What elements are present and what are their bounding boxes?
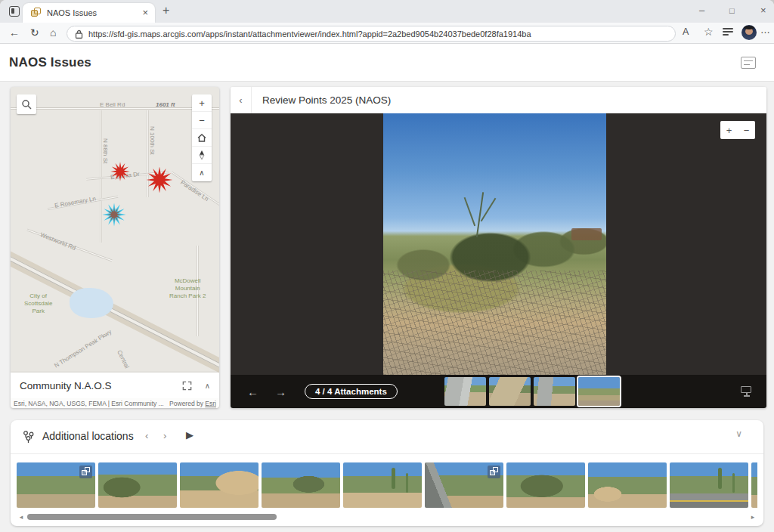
multiple-attachments-icon (488, 466, 500, 478)
map-tools-collapse-button[interactable]: ∧ (192, 164, 212, 181)
multiple-attachments-icon (79, 466, 92, 478)
location-thumbnail[interactable] (180, 462, 259, 508)
locations-thumbnail-strip[interactable] (17, 462, 757, 508)
horizontal-scrollbar[interactable]: ◂ ▸ (17, 512, 757, 521)
issue-marker-red[interactable] (145, 165, 174, 194)
esri-link[interactable]: Esri (205, 400, 216, 407)
photo-stage[interactable]: + − (231, 113, 766, 375)
url-bar[interactable]: https://sfd-gis.maps.arcgis.com/apps/ins… (67, 26, 676, 42)
attachment-count-badge: 4 / 4 Attachments (305, 384, 398, 399)
locations-prev-button[interactable]: ‹ (145, 430, 148, 441)
map-label-n100th: N 100th St (149, 126, 156, 155)
layer-bar[interactable]: Community N.A.O.S ∧ (11, 373, 219, 398)
read-aloud-icon[interactable]: A (683, 26, 689, 37)
profile-avatar[interactable] (741, 25, 757, 40)
map-home-button[interactable] (192, 129, 212, 147)
app-header: NAOS Issues (0, 44, 774, 82)
browser-menu-icon[interactable]: ⋯ (760, 26, 770, 38)
additional-locations-header: Additional locations ‹ › ▶ ∨ (11, 420, 763, 454)
locations-next-button[interactable]: › (163, 430, 166, 441)
new-tab-button[interactable]: + (163, 4, 169, 17)
attachment-thumbnail[interactable] (489, 377, 531, 406)
map-label-bell-rd: E Bell Rd (100, 101, 125, 108)
favorites-hub-icon[interactable] (723, 28, 733, 37)
map-zoom-in-button[interactable]: + (192, 94, 212, 112)
workspaces-icon[interactable] (9, 6, 20, 17)
map-search-button[interactable] (17, 94, 36, 114)
lock-icon (75, 29, 83, 39)
location-thumbnail[interactable] (506, 462, 585, 508)
scroll-left-icon[interactable]: ◂ (17, 513, 26, 521)
map-tool-stack: + − ∧ (192, 94, 212, 181)
location-thumbnail[interactable] (262, 462, 340, 508)
window-minimize-button[interactable]: – (699, 5, 704, 16)
previous-attachment-button[interactable]: ← (247, 385, 259, 398)
map-label-rosemary: E Rosemary Ln (54, 195, 97, 209)
location-thumbnail[interactable] (343, 462, 422, 508)
attachment-thumbnail-selected[interactable] (578, 377, 620, 406)
map-label-central: Central (116, 349, 130, 370)
location-thumbnail[interactable] (588, 462, 667, 508)
compass-icon (197, 150, 206, 160)
viewer-thumbnail-strip (444, 377, 620, 406)
browser-window: NAOS Issues × + – □ × ← ↻ ⌂ https://sfd-… (0, 0, 774, 532)
image-zoom-out-button[interactable]: − (738, 121, 755, 139)
attachment-thumbnail[interactable] (534, 377, 575, 406)
browser-back-button[interactable]: ← (9, 26, 20, 39)
info-panel-icon[interactable] (741, 57, 756, 69)
scrollbar-thumb[interactable] (27, 514, 277, 520)
map-zoom-out-button[interactable]: − (192, 112, 212, 129)
location-thumbnail[interactable] (425, 462, 503, 508)
map-compass-button[interactable] (192, 147, 212, 164)
layer-collapse-icon[interactable]: ∧ (205, 382, 210, 390)
image-zoom-control: + − (720, 121, 755, 139)
viewer-bottom-bar: ← → 4 / 4 Attachments (231, 375, 766, 408)
play-button[interactable]: ▶ (186, 429, 194, 441)
section-collapse-icon[interactable]: ∨ (735, 428, 742, 439)
photo-detail (571, 228, 602, 240)
map-scale-label: 1601 ft (156, 101, 175, 108)
map-panel[interactable]: E Bell Rd 1601 ft N 88th St N 100th St E… (11, 87, 219, 408)
browser-home-button[interactable]: ⌂ (50, 26, 56, 39)
powered-by: Powered by Esri (169, 400, 216, 407)
browser-refresh-button[interactable]: ↻ (30, 26, 39, 39)
page-title: NAOS Issues (9, 55, 91, 70)
window-close-button[interactable]: × (760, 5, 766, 16)
location-thumbnail[interactable] (98, 462, 177, 508)
attachment-thumbnail[interactable] (444, 377, 486, 406)
home-icon (197, 133, 207, 143)
photo-detail (383, 271, 606, 375)
search-icon (21, 99, 32, 110)
map-pins-icon (21, 429, 36, 444)
map-label-westworld: Westworld Rd (39, 231, 76, 252)
scroll-right-icon[interactable]: ▸ (748, 513, 757, 521)
monitor-icon[interactable] (741, 386, 753, 398)
window-maximize-button[interactable]: □ (729, 6, 735, 15)
map-lake (70, 288, 113, 318)
location-thumbnail[interactable] (670, 462, 748, 508)
attribution-text: Esri, NASA, NGA, USGS, FEMA | Esri Commu… (14, 400, 164, 407)
issue-marker-red[interactable] (110, 161, 131, 182)
tab-title: NAOS Issues (47, 8, 97, 17)
map-wash (11, 239, 219, 395)
map-label-mcdowell-park: McDowell Mountain Ranch Park 2 (169, 277, 206, 300)
image-zoom-in-button[interactable]: + (720, 121, 738, 139)
back-chevron-button[interactable]: ‹ (231, 87, 252, 113)
favorite-star-icon[interactable]: ☆ (704, 26, 714, 38)
additional-locations-title: Additional locations (42, 430, 134, 442)
tab-close-icon[interactable]: × (142, 7, 148, 18)
next-attachment-button[interactable]: → (275, 385, 286, 398)
browser-tab[interactable]: NAOS Issues × (23, 3, 155, 23)
map-label-scottsdale-park: City of Scottsdale Park (24, 292, 52, 315)
location-thumbnail[interactable] (751, 462, 757, 508)
scrollbar-track[interactable] (26, 514, 748, 520)
browser-toolbar: ← ↻ ⌂ https://sfd-gis.maps.arcgis.com/ap… (0, 23, 774, 44)
photo-detail (476, 192, 484, 237)
url-text: https://sfd-gis.maps.arcgis.com/apps/ins… (88, 29, 663, 39)
issue-marker-selected[interactable] (101, 202, 127, 227)
expand-icon[interactable] (181, 380, 193, 391)
map-attribution: Esri, NASA, NGA, USGS, FEMA | Esri Commu… (11, 398, 219, 408)
map-label-paradise: Paradise Ln (179, 179, 209, 203)
location-thumbnail[interactable] (17, 462, 95, 508)
attachment-photo[interactable] (383, 113, 606, 375)
